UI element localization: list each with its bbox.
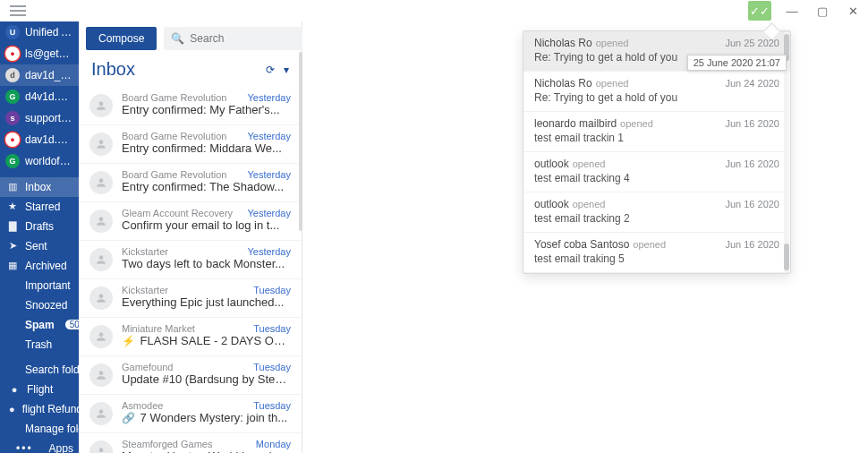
account-avatar: ●	[5, 132, 20, 147]
nav-important[interactable]: Important	[0, 276, 79, 295]
message-row[interactable]: AsmodeeTuesday 🔗 7 Wonders Mystery: join…	[79, 395, 302, 433]
account-item[interactable]: Gd4v1d.ge4...	[0, 86, 79, 107]
tracking-action: opened	[596, 78, 629, 89]
tracking-name: outlook	[534, 158, 569, 170]
tracking-date: Jun 24 2020	[725, 78, 779, 89]
account-label: ls@getmail...	[25, 47, 73, 60]
tracking-item[interactable]: Nicholas Ro openedJun 24 2020 Re: Trying…	[523, 72, 790, 112]
nav-trash[interactable]: Trash	[0, 335, 79, 355]
date: Yesterday	[247, 169, 291, 180]
refresh-icon[interactable]: ⟳	[266, 64, 275, 76]
account-label: d4v1d.ge4...	[25, 90, 73, 103]
subject: Two days left to back Monster...	[122, 257, 291, 270]
tracking-name: Yosef coba Santoso	[534, 238, 629, 251]
nav-archived[interactable]: ▦Archived	[0, 256, 79, 276]
account-label: dav1d.gea...	[25, 133, 73, 146]
tracking-action: opened	[573, 199, 606, 209]
account-label: worldofra...	[25, 155, 73, 167]
nav-tail-item[interactable]: ●flight Refund	[0, 399, 79, 419]
message-row[interactable]: Steamforged GamesMonday Monster Hunter: …	[79, 433, 302, 453]
subject: Confirm your email to log in t...	[122, 218, 291, 232]
account-label: Unified A...	[25, 26, 73, 38]
account-label: dav1d_g...	[25, 69, 73, 81]
tracking-date: Jun 16 2020	[725, 199, 779, 209]
account-item[interactable]: Gworldofra...	[0, 150, 79, 172]
apps-label: Apps	[49, 443, 73, 453]
nav-drafts[interactable]: ▇Drafts	[0, 217, 79, 236]
date: Tuesday	[253, 400, 291, 411]
dot-icon: ●	[9, 404, 15, 415]
message-row[interactable]: Board Game RevolutionYesterday Entry con…	[79, 164, 302, 202]
tracking-item[interactable]: outlook openedJun 16 2020 test email tra…	[523, 192, 790, 233]
nav-label: Starred	[25, 201, 60, 213]
subject: Everything Epic just launched...	[122, 295, 291, 309]
nav-label: Flight	[27, 383, 53, 396]
message-row[interactable]: GamefoundTuesday Update #10 (Bardsung by…	[79, 356, 302, 395]
nav-sent[interactable]: ➤Sent	[0, 236, 79, 256]
message-row[interactable]: Board Game RevolutionYesterday Entry con…	[79, 87, 302, 125]
date: Yesterday	[247, 246, 291, 257]
send-icon: ➤	[7, 240, 18, 252]
subject-icon: ⚡	[122, 335, 135, 347]
tracking-name: leonardo mailbird	[534, 117, 617, 130]
tracking-item[interactable]: outlook openedJun 16 2020 test email tra…	[523, 152, 790, 192]
tracking-action: opened	[633, 239, 666, 250]
nav-label: Sent	[25, 240, 47, 252]
tracking-subject: test email trackin 1	[534, 132, 779, 144]
file-icon: ▇	[7, 220, 18, 232]
tracking-indicator-button[interactable]: ✓✓	[748, 1, 771, 21]
message-row[interactable]: Miniature MarketTuesday ⚡ FLASH SALE - 2…	[79, 318, 302, 356]
nav-tail-item[interactable]: Search folde	[0, 360, 79, 380]
message-row[interactable]: Gleam Account RecoveryYesterday Confirm …	[79, 202, 302, 241]
nav-starred[interactable]: ★Starred	[0, 197, 79, 217]
nav-label: Inbox	[25, 181, 51, 193]
account-item[interactable]: ddav1d_g...	[0, 64, 79, 86]
avatar	[89, 209, 113, 233]
avatar	[89, 132, 113, 156]
subject: Entry confirmed: The Shadow...	[122, 180, 291, 193]
nav-label: Important	[25, 279, 71, 292]
tracking-item[interactable]: leonardo mailbird openedJun 16 2020 test…	[523, 112, 790, 152]
message-row[interactable]: KickstarterTuesday Everything Epic just …	[79, 279, 302, 318]
account-item[interactable]: UUnified A...	[0, 21, 79, 43]
tracking-subject: Re: Trying to get a hold of you	[534, 91, 779, 104]
account-item[interactable]: ●dav1d.gea...	[0, 129, 79, 150]
nav-spam[interactable]: Spam50	[0, 315, 79, 335]
nav-tail-item[interactable]: ●Flight	[0, 380, 79, 399]
account-avatar: G	[5, 154, 20, 168]
nav-inbox[interactable]: ▥Inbox	[0, 177, 79, 197]
subject: Monster Hunter: World board...	[122, 449, 291, 453]
avatar	[89, 325, 113, 348]
tracking-item[interactable]: Yosef coba Santoso openedJun 16 2020 tes…	[523, 233, 790, 273]
compose-button[interactable]: Compose	[86, 27, 157, 50]
nav-tail-item[interactable]: Manage fold	[0, 419, 79, 439]
filter-icon[interactable]: ▾	[284, 64, 289, 76]
tracking-date: Jun 16 2020	[725, 239, 779, 250]
hamburger-menu[interactable]	[10, 5, 26, 16]
account-item[interactable]: ●ls@getmail...	[0, 43, 79, 64]
subject: Update #10 (Bardsung by Stea...	[122, 372, 291, 386]
message-row[interactable]: KickstarterYesterday Two days left to ba…	[79, 241, 302, 279]
star-icon: ★	[7, 201, 18, 212]
tracking-subject: test email tracking 4	[534, 172, 779, 184]
account-avatar: ●	[5, 47, 20, 61]
sender: Steamforged Games	[122, 439, 213, 449]
subject: Entry confirmed: My Father's...	[122, 103, 291, 116]
message-row[interactable]: Board Game RevolutionYesterday Entry con…	[79, 125, 302, 164]
nav-snoozed[interactable]: Snoozed	[0, 295, 79, 315]
account-label: support@...	[25, 112, 73, 124]
nav-label: Spam	[25, 319, 55, 331]
tracking-name: Nicholas Ro	[534, 37, 592, 49]
maximize-button[interactable]: ▢	[807, 0, 838, 21]
tracking-date: Jun 16 2020	[725, 158, 779, 169]
count-badge: 50	[65, 320, 79, 329]
minimize-button[interactable]: —	[777, 0, 807, 21]
date: Tuesday	[253, 362, 291, 372]
account-item[interactable]: ssupport@...	[0, 107, 79, 129]
avatar	[89, 286, 113, 310]
dot-icon: ●	[9, 384, 20, 395]
sender: Miniature Market	[122, 323, 195, 334]
close-button[interactable]: ✕	[838, 0, 868, 21]
subject: ⚡ FLASH SALE - 2 DAYS ONLY	[122, 334, 291, 347]
more-menu[interactable]: •••Apps	[0, 443, 79, 453]
